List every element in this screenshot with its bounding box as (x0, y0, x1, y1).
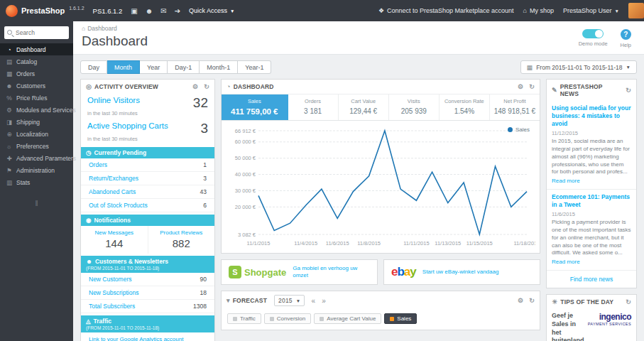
user-menu[interactable]: PrestaShop User ▼ (563, 7, 619, 14)
pending-returns-value: 3 (203, 175, 207, 182)
article-title-link[interactable]: Using social media for your business: 4 … (552, 104, 631, 128)
my-shop-link[interactable]: ⌂ My shop (523, 7, 554, 14)
forecast-prev-button[interactable]: « (311, 297, 315, 305)
tab-orders[interactable]: Orders3 181 (288, 94, 339, 120)
sidebar-item-price-rules[interactable]: %Price Rules (0, 92, 73, 104)
chart-legend[interactable]: Sales (508, 126, 530, 133)
google-analytics-link[interactable]: Link to your Google Analytics account (81, 332, 214, 341)
pending-abandoned-link[interactable]: Abandoned Carts (89, 188, 136, 195)
catalog-icon: ▤ (6, 58, 13, 65)
chevron-down-icon: ▼ (626, 65, 631, 70)
sidebar-item-modules[interactable]: ⚙Modules and Services (0, 104, 73, 116)
sidebar-item-localization[interactable]: ⊕Localization (0, 128, 73, 140)
avatar[interactable] (628, 3, 644, 18)
article-date: 11/12/2015 (552, 130, 631, 136)
tab-label: Conversion Rate (442, 98, 487, 104)
prestashop-logo-icon (6, 5, 18, 17)
tab-conversion-rate[interactable]: Conversion Rate1.54% (440, 94, 490, 120)
pending-orders-link[interactable]: Orders (89, 161, 107, 168)
new-messages-cell: New Messages 144 (81, 226, 148, 254)
ebay-link[interactable]: Start uw eBay-winkel vandaag (422, 269, 499, 276)
date-range-picker[interactable]: ▦ From 2015-11-01 To 2015-11-18 ▼ (520, 60, 637, 74)
orders-icon: ▦ (6, 70, 13, 77)
refresh-icon[interactable]: ↻ (529, 297, 535, 304)
total-subscribers-link[interactable]: Total Subscribers (89, 303, 135, 310)
refresh-icon[interactable]: ↻ (529, 83, 535, 90)
filter-year-button[interactable]: Year (140, 60, 168, 74)
page-header: ⌂ Dashboard Dashboard Demo mode ? Help (73, 21, 644, 55)
tab-value: 411 759,00 € (224, 107, 285, 116)
news-article: Using social media for your business: 4 … (547, 101, 636, 190)
pending-returns-link[interactable]: Return/Exchanges (89, 175, 138, 182)
refresh-icon[interactable]: ↻ (204, 83, 209, 90)
tab-net-profit[interactable]: Net Profit148 918,51 € (490, 94, 540, 120)
svg-text:50 000 €: 50 000 € (235, 155, 256, 161)
help-button[interactable]: ? (621, 29, 631, 40)
sidebar-item-stats[interactable]: ▥Stats (0, 176, 73, 188)
forecast-year-select[interactable]: 2015 ▼ (274, 295, 305, 306)
new-customers-link[interactable]: New Customers (89, 276, 131, 283)
chip-average-cart-value[interactable]: Average Cart Value (314, 313, 381, 324)
demo-mode-toggle[interactable] (582, 29, 604, 38)
sidebar-item-advanced-parameters[interactable]: ✚Advanced Parameters (0, 152, 73, 164)
chip-label: Sales (397, 315, 411, 322)
tab-cart-value[interactable]: Cart Value129,44 € (339, 94, 389, 120)
filter-month-button[interactable]: Month (107, 60, 140, 74)
shopgate-link[interactable]: Ga mobiel en verhoog uw omzet (293, 265, 370, 278)
filter-month-1-button[interactable]: Month-1 (200, 60, 238, 74)
filter-day-button[interactable]: Day (80, 60, 107, 74)
sidebar-item-orders[interactable]: ▦Orders (0, 67, 73, 80)
customer-icon[interactable]: ☻ (146, 7, 153, 15)
pending-abandoned-value: 43 (200, 188, 207, 195)
pending-out-of-stock-link[interactable]: Out of Stock Products (89, 202, 148, 209)
messages-icon[interactable]: ✉ (160, 7, 166, 15)
shop-name: PS1.6.1.2 (93, 7, 123, 15)
find-more-news-link[interactable]: Find more news (547, 271, 636, 288)
cart-icon[interactable]: ▣ (131, 7, 137, 15)
sidebar-item-dashboard[interactable]: ◔Dashboard (0, 43, 73, 55)
sidebar-item-shipping[interactable]: ◨Shipping (0, 116, 73, 128)
activity-panel-title: Activity overview (94, 83, 158, 90)
sidebar-item-preferences[interactable]: ☼Preferences (0, 140, 73, 152)
forecast-metric-chips: Traffic Conversion Average Cart Value Sa… (222, 310, 540, 330)
filter-year-1-button[interactable]: Year-1 (238, 60, 271, 74)
gear-icon[interactable]: ⚙ (518, 297, 523, 304)
gear-icon[interactable]: ⚙ (192, 83, 198, 90)
gear-icon[interactable]: ⚙ (518, 83, 523, 90)
sidebar-collapse-button[interactable]: ‖ (0, 200, 73, 207)
tab-sales[interactable]: Sales411 759,00 € (222, 94, 288, 120)
metric-dot-icon (320, 317, 324, 321)
sidebar-item-customers[interactable]: ☻Customers (0, 80, 73, 92)
sidebar-item-catalog[interactable]: ▤Catalog (0, 55, 73, 67)
refresh-icon[interactable]: ↻ (626, 298, 631, 305)
forecast-next-button[interactable]: » (322, 297, 326, 305)
read-more-link[interactable]: Read more (552, 259, 580, 265)
new-messages-link[interactable]: New Messages (82, 229, 146, 236)
quick-access-menu[interactable]: Quick Access ▼ (189, 7, 234, 14)
chip-conversion[interactable]: Conversion (264, 313, 311, 324)
chip-sales[interactable]: Sales (384, 313, 417, 324)
read-more-link[interactable]: Read more (552, 178, 580, 184)
tab-visits[interactable]: Visits205 939 (389, 94, 440, 120)
refresh-icon[interactable]: ↻ (626, 87, 631, 94)
active-carts-label[interactable]: Active Shopping Carts (87, 121, 168, 130)
chip-traffic[interactable]: Traffic (227, 313, 261, 324)
new-subscriptions-link[interactable]: New Subscriptions (89, 289, 138, 296)
article-title-link[interactable]: Ecommerce 101: Payments in a Tweet (552, 193, 631, 209)
search-input[interactable] (4, 26, 69, 39)
product-reviews-link[interactable]: Product Reviews (150, 229, 214, 236)
brand[interactable]: PrestaShop 1.6.1.2 (6, 5, 84, 17)
filter-day-1-button[interactable]: Day-1 (168, 60, 200, 74)
launch-icon[interactable]: ➔ (175, 7, 180, 15)
svg-text:20 000 €: 20 000 € (235, 204, 256, 210)
marketplace-link[interactable]: ❖ Connect to PrestaShop Marketplace acco… (378, 7, 514, 14)
ingenico-logo: ingenico Payment services (588, 312, 631, 341)
tab-value: 148 918,51 € (492, 107, 537, 115)
sidebar-item-label: Customers (16, 82, 45, 90)
svg-text:11/18/2015: 11/18/2015 (514, 240, 535, 247)
online-visitors-label[interactable]: Online Visitors (87, 96, 140, 104)
sidebar-item-administration[interactable]: ⚑Administration (0, 164, 73, 176)
pending-row-out-of-stock: Out of Stock Products6 (81, 199, 214, 212)
svg-text:11/8/2015: 11/8/2015 (357, 240, 381, 247)
demo-mode-label: Demo mode (579, 40, 608, 47)
